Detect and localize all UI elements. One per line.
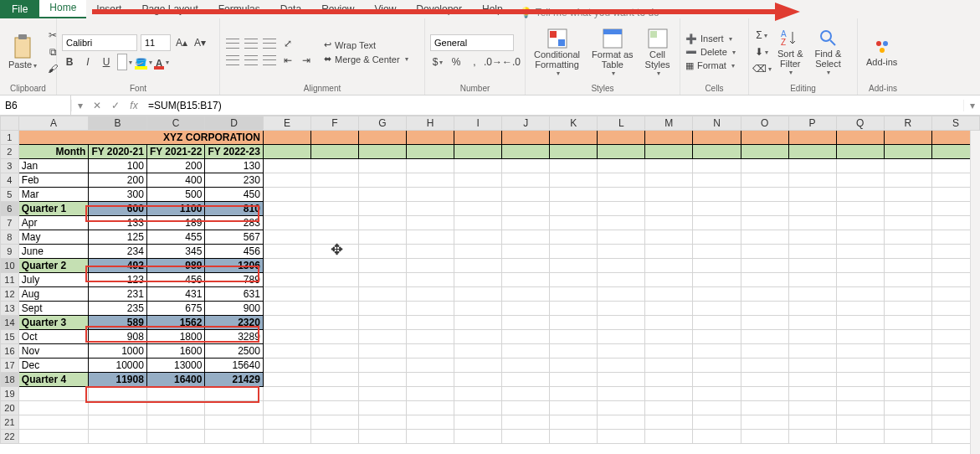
cell[interactable] <box>502 188 550 202</box>
tab-developer[interactable]: Developer <box>406 0 472 18</box>
row-22[interactable]: 22 <box>1 430 980 444</box>
cell[interactable] <box>407 373 454 387</box>
cell[interactable] <box>263 173 310 188</box>
cell-A9[interactable]: June <box>18 245 89 259</box>
cell[interactable] <box>454 245 502 259</box>
cell[interactable] <box>836 131 884 145</box>
cell[interactable] <box>836 273 884 287</box>
row-6[interactable]: 6Quarter 16001100810 <box>1 202 980 216</box>
addins-button[interactable]: Add-ins <box>863 22 900 82</box>
cell[interactable] <box>836 373 884 387</box>
cell[interactable] <box>645 259 693 273</box>
col-I[interactable]: I <box>454 116 502 131</box>
cell[interactable] <box>407 273 454 287</box>
row-header-9[interactable]: 9 <box>1 245 19 259</box>
cell[interactable] <box>263 373 310 387</box>
cell[interactable] <box>310 159 358 173</box>
cell[interactable] <box>741 131 788 145</box>
cell[interactable] <box>645 273 693 287</box>
cell-B17[interactable]: 10000 <box>89 359 147 373</box>
cancel-formula-icon[interactable]: ✕ <box>88 100 106 111</box>
cell[interactable] <box>263 259 310 273</box>
cell[interactable] <box>598 359 645 373</box>
cell-B11[interactable]: 123 <box>89 273 147 287</box>
cell[interactable] <box>598 430 645 444</box>
cell[interactable] <box>310 302 358 316</box>
row-14[interactable]: 14Quarter 358915622320 <box>1 316 980 330</box>
cell[interactable] <box>454 316 502 330</box>
cell[interactable] <box>598 216 645 230</box>
cell[interactable] <box>407 259 454 273</box>
cell[interactable] <box>358 173 406 188</box>
cell[interactable] <box>788 230 836 245</box>
accounting-format-icon[interactable]: $ <box>430 54 445 70</box>
cell[interactable] <box>502 245 550 259</box>
name-box-dropdown[interactable]: ▾ <box>71 100 88 111</box>
cell[interactable] <box>310 401 358 415</box>
row-header-17[interactable]: 17 <box>1 359 19 373</box>
cell[interactable] <box>884 401 931 415</box>
cell-B13[interactable]: 235 <box>89 302 147 316</box>
cell[interactable] <box>741 159 788 173</box>
cell[interactable] <box>502 259 550 273</box>
fx-icon[interactable]: fx <box>125 100 143 111</box>
tab-formulas[interactable]: Formulas <box>208 0 270 18</box>
cell-B14[interactable]: 589 <box>89 316 147 330</box>
cell[interactable] <box>502 230 550 245</box>
cell[interactable] <box>407 344 454 359</box>
cell[interactable] <box>550 430 598 444</box>
cell[interactable] <box>884 245 931 259</box>
cell-B19[interactable] <box>89 387 147 401</box>
cell[interactable] <box>263 316 310 330</box>
bold-button[interactable]: B <box>62 54 77 70</box>
cell-C7[interactable]: 189 <box>146 216 205 230</box>
cell[interactable] <box>263 245 310 259</box>
decrease-decimal-icon[interactable]: ←.0 <box>504 54 519 70</box>
header-b[interactable]: FY 2020-21 <box>89 145 147 159</box>
cell[interactable] <box>310 230 358 245</box>
cell[interactable] <box>645 216 693 230</box>
cell[interactable] <box>550 302 598 316</box>
cell[interactable] <box>407 159 454 173</box>
cell[interactable] <box>263 415 310 430</box>
cell[interactable] <box>884 188 931 202</box>
cell-C4[interactable]: 400 <box>146 173 205 188</box>
tab-page-layout[interactable]: Page Layout <box>131 0 208 18</box>
cell-C3[interactable]: 200 <box>146 159 205 173</box>
cell[interactable] <box>358 344 406 359</box>
cell[interactable] <box>788 245 836 259</box>
cell-C17[interactable]: 13000 <box>146 359 205 373</box>
cell[interactable] <box>454 202 502 216</box>
cell-D18[interactable]: 21429 <box>205 373 264 387</box>
cell[interactable] <box>263 430 310 444</box>
cell-A4[interactable]: Feb <box>18 173 89 188</box>
cell[interactable] <box>598 230 645 245</box>
cell[interactable] <box>788 202 836 216</box>
cell[interactable] <box>310 259 358 273</box>
col-C[interactable]: C <box>146 116 205 131</box>
row-header-10[interactable]: 10 <box>1 259 19 273</box>
cell-D15[interactable]: 3289 <box>205 330 264 344</box>
row-header-14[interactable]: 14 <box>1 316 19 330</box>
cell[interactable] <box>263 188 310 202</box>
cell[interactable] <box>693 259 741 273</box>
cell[interactable] <box>454 401 502 415</box>
cell-C21[interactable] <box>146 415 205 430</box>
cell[interactable] <box>741 173 788 188</box>
cell[interactable] <box>407 173 454 188</box>
cell-D10[interactable]: 1306 <box>205 259 264 273</box>
cell[interactable] <box>454 173 502 188</box>
cell[interactable] <box>407 145 454 159</box>
cell[interactable] <box>358 287 406 302</box>
cell[interactable] <box>598 344 645 359</box>
cell[interactable] <box>836 415 884 430</box>
cell-B20[interactable] <box>89 401 147 415</box>
cell[interactable] <box>550 245 598 259</box>
cell[interactable] <box>502 131 550 145</box>
cell[interactable] <box>884 287 931 302</box>
sheet-table[interactable]: A B C D E F G H I J K L M N O P Q R S 1X… <box>0 116 980 444</box>
select-all-corner[interactable] <box>1 116 19 131</box>
cell[interactable] <box>741 359 788 373</box>
cell[interactable] <box>645 359 693 373</box>
cell[interactable] <box>741 415 788 430</box>
